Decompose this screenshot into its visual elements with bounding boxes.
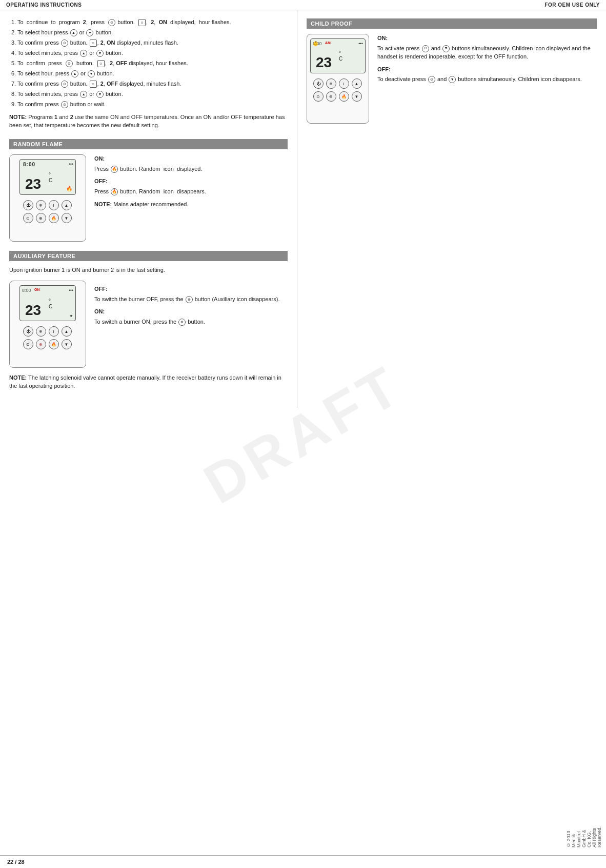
up-icon-4: ▲ bbox=[80, 91, 87, 98]
button-grid-cp: ⏻ ❄ I ▲ ⊙ ⊕ 🔥 ▼ bbox=[313, 78, 363, 103]
list-item-9: 9. To confirm press ⊙ button or wait. bbox=[9, 101, 288, 109]
screen-flame-icon-rf: 🔥 bbox=[66, 186, 72, 191]
random-flame-device-row: 8:00 ▪▪▪ 23 °C 🔥 ⏻ ❄ I ▲ ⊙ ⊕ 🔥 ▼ bbox=[9, 154, 288, 242]
numbered-list: 1. To continue to program 2, press ⊙ but… bbox=[9, 18, 288, 108]
confirm-button-cp[interactable]: ⊙ bbox=[313, 91, 324, 102]
auxiliary-screen: 8:00 ON ▪▪▪ 23 °C ✦ bbox=[19, 285, 76, 321]
aux-button-rf[interactable]: ⊕ bbox=[36, 213, 46, 223]
list-item-4: 4. To select minutes, press ▲ or ▼ butto… bbox=[9, 49, 288, 57]
screen-aux-icon: ✦ bbox=[69, 313, 73, 319]
program-steps-section: 1. To continue to program 2, press ⊙ but… bbox=[9, 18, 288, 130]
child-proof-header: CHILD PROOF bbox=[307, 18, 597, 29]
child-proof-device: 8:00 AM ▪▪▪ 23 °C 👶 ⏻ ❄ I ▲ ⊙ ⊕ � bbox=[307, 34, 369, 124]
confirm-icon-4: ⊙ bbox=[61, 81, 68, 88]
rf-off-label: OFF: bbox=[94, 177, 206, 186]
flame-button-cp[interactable]: 🔥 bbox=[339, 91, 349, 102]
auxiliary-header: AUXILIARY FEATURE bbox=[9, 251, 288, 261]
random-flame-header: RANDOM FLAME bbox=[9, 139, 288, 149]
display-icon-3: ☺ bbox=[97, 60, 105, 67]
random-flame-screen: 8:00 ▪▪▪ 23 °C 🔥 bbox=[19, 159, 76, 195]
random-flame-section: RANDOM FLAME 8:00 ▪▪▪ 23 °C 🔥 ⏻ ❄ I bbox=[9, 139, 288, 242]
power-button-rf[interactable]: ⏻ bbox=[23, 200, 33, 210]
info-button-rf[interactable]: I bbox=[49, 200, 59, 210]
snowflake-button-rf[interactable]: ❄ bbox=[36, 200, 46, 210]
screen-battery-cp: ▪▪▪ bbox=[358, 41, 363, 46]
down-button-rf[interactable]: ▼ bbox=[62, 213, 72, 223]
aux-off-label: OFF: bbox=[94, 285, 279, 293]
footer-bar: 22 / 28 © 2013 Mentik Maxitrel GmbH & Co… bbox=[0, 855, 606, 868]
down-button-aux[interactable]: ▼ bbox=[62, 339, 72, 349]
screen-temp-rf: 23 bbox=[25, 176, 41, 192]
flame-button-rf[interactable]: 🔥 bbox=[49, 213, 59, 223]
confirm-icon-3: ⊙ bbox=[66, 60, 73, 67]
rf-note: NOTE: Mains adapter recommended. bbox=[94, 201, 206, 209]
child-proof-device-row: 8:00 AM ▪▪▪ 23 °C 👶 ⏻ ❄ I ▲ ⊙ ⊕ � bbox=[307, 34, 597, 124]
list-item-2: 2. To select hour press ▲ or ▼ button. bbox=[9, 29, 288, 37]
screen-temp-aux: 23 bbox=[25, 302, 41, 319]
note-auxiliary: NOTE: The latching solenoid valve cannot… bbox=[9, 374, 288, 390]
list-item-7: 7. To confirm press ⊙ button. ☺, 2, OFF … bbox=[9, 80, 288, 88]
screen-degree-cp: °C bbox=[339, 50, 342, 62]
note-programs: NOTE: Programs 1 and 2 use the same ON a… bbox=[9, 113, 288, 130]
rf-note-label: NOTE: bbox=[94, 201, 112, 207]
header-right: FOR OEM USE ONLY bbox=[544, 2, 600, 8]
header-bar: OPERATING INSTRUCTIONS FOR OEM USE ONLY bbox=[0, 0, 606, 10]
info-button-aux[interactable]: I bbox=[49, 326, 59, 337]
random-flame-text: ON: Press 🔥 button. Random icon displaye… bbox=[94, 154, 206, 209]
confirm-icon: ⊙ bbox=[108, 19, 115, 26]
snowflake-button-aux[interactable]: ❄ bbox=[36, 326, 46, 337]
confirm-ico-cp: ⊙ bbox=[422, 45, 429, 52]
power-button-aux[interactable]: ⏻ bbox=[23, 326, 33, 337]
auxiliary-section: AUXILIARY FEATURE Upon ignition burner 1… bbox=[9, 251, 288, 390]
auxiliary-text: OFF: To switch the burner OFF, press the… bbox=[94, 281, 279, 326]
up-button-aux[interactable]: ▲ bbox=[62, 326, 72, 337]
down-icon-1: ▼ bbox=[86, 29, 93, 36]
confirm-icon-5: ⊙ bbox=[61, 101, 68, 108]
copyright: © 2013 Mentik Maxitrel GmbH & Co. KG, Al… bbox=[566, 826, 602, 847]
down-icon-4: ▼ bbox=[96, 91, 104, 98]
display-icon-2: ☺ bbox=[90, 40, 97, 47]
list-item-6: 6. To select hour, press ▲ or ▼ button. bbox=[9, 70, 288, 78]
cp-on-label: ON: bbox=[377, 34, 597, 43]
child-proof-section: CHILD PROOF 8:00 AM ▪▪▪ 23 °C 👶 ⏻ ❄ bbox=[307, 18, 597, 124]
aux-on-label: ON: bbox=[94, 307, 279, 316]
up-icon-3: ▲ bbox=[71, 70, 78, 77]
up-icon-1: ▲ bbox=[70, 29, 77, 36]
aux-ico-1: ⊕ bbox=[186, 296, 193, 303]
list-item-8: 8. To select minutes, press ▲ or ▼ butto… bbox=[9, 90, 288, 98]
page-number: 22 / 28 bbox=[7, 859, 25, 865]
cp-off-text: To deactivate press ⊙ and ▼ buttons simu… bbox=[377, 75, 597, 84]
flame-button-aux[interactable]: 🔥 bbox=[49, 339, 59, 349]
right-column: CHILD PROOF 8:00 AM ▪▪▪ 23 °C 👶 ⏻ ❄ bbox=[297, 10, 606, 408]
up-button-cp[interactable]: ▲ bbox=[352, 78, 362, 89]
aux-on-text: To switch a burner ON, press the ⊕ butto… bbox=[94, 318, 279, 326]
aux-button-cp[interactable]: ⊕ bbox=[326, 91, 336, 102]
down-button-cp[interactable]: ▼ bbox=[352, 91, 362, 102]
screen-on-aux: ON bbox=[34, 288, 40, 291]
list-item-1: 1. To continue to program 2, press ⊙ but… bbox=[9, 18, 288, 27]
main-content: 1. To continue to program 2, press ⊙ but… bbox=[0, 10, 606, 408]
screen-degree-aux: °C bbox=[49, 298, 52, 309]
button-grid-aux: ⏻ ❄ I ▲ ⊙ ⊕ 🔥 ▼ bbox=[23, 326, 73, 350]
list-item-5: 5. To confirm press ⊙ button. ☺, 2, OFF … bbox=[9, 60, 288, 68]
aux-ico-2: ⊕ bbox=[178, 319, 186, 326]
snowflake-button-cp[interactable]: ❄ bbox=[326, 78, 336, 89]
info-button-cp[interactable]: I bbox=[339, 78, 349, 89]
screen-battery-aux: ▪▪▪ bbox=[69, 288, 73, 292]
aux-button-aux[interactable]: ⊕ bbox=[36, 339, 46, 349]
aux-off-text: To switch the burner OFF, press the ⊕ bu… bbox=[94, 295, 279, 304]
flame-ico-1: 🔥 bbox=[111, 166, 118, 173]
note-label-aux: NOTE: bbox=[9, 374, 27, 381]
up-icon-2: ▲ bbox=[80, 50, 87, 57]
left-column: 1. To continue to program 2, press ⊙ but… bbox=[0, 10, 297, 408]
confirm-button-rf[interactable]: ⊙ bbox=[23, 213, 33, 223]
list-item-3: 3. To confirm press ⊙ button. ☺, 2, ON d… bbox=[9, 39, 288, 47]
power-button-cp[interactable]: ⏻ bbox=[313, 78, 324, 89]
up-button-rf[interactable]: ▲ bbox=[62, 200, 72, 210]
button-grid-rf: ⏻ ❄ I ▲ ⊙ ⊕ 🔥 ▼ bbox=[23, 200, 73, 224]
display-icon-1: ☺ bbox=[138, 19, 146, 26]
down-icon-2: ▼ bbox=[96, 50, 104, 57]
auxiliary-device-row: 8:00 ON ▪▪▪ 23 °C ✦ ⏻ ❄ I ▲ ⊙ ⊕ 🔥 bbox=[9, 281, 288, 368]
confirm-button-aux[interactable]: ⊙ bbox=[23, 339, 33, 349]
screen-child-icon: 👶 bbox=[313, 41, 318, 46]
